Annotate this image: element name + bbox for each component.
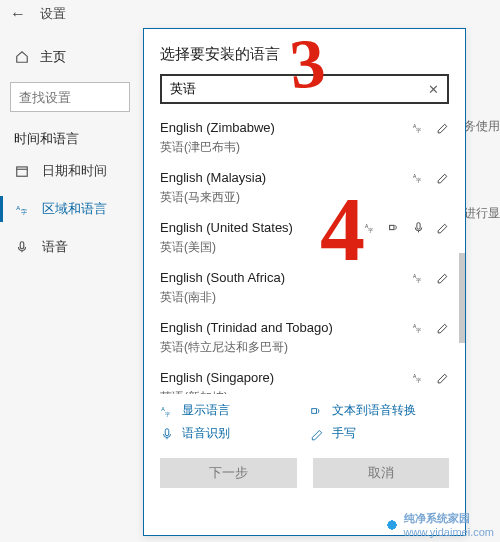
language-row[interactable]: English (Zimbabwe)A字英语(津巴布韦) xyxy=(144,114,465,164)
svg-text:A: A xyxy=(16,205,20,211)
svg-text:字: 字 xyxy=(165,410,170,416)
home-icon xyxy=(14,50,30,64)
sidebar-item-region-language[interactable]: A字 区域和语言 xyxy=(0,190,140,228)
language-feature-icons: A字 xyxy=(411,121,449,135)
hand-icon xyxy=(435,371,449,385)
disp-icon: A字 xyxy=(411,121,425,135)
legend: A字 显示语言 文本到语音转换 语音识别 手写 xyxy=(144,394,465,450)
handwriting-icon xyxy=(310,427,324,441)
disp-icon: A字 xyxy=(411,271,425,285)
sidebar-section-title: 时间和语言 xyxy=(0,122,140,152)
language-name-en: English (South Africa) xyxy=(160,270,411,285)
svg-rect-4 xyxy=(20,242,24,249)
tts-icon xyxy=(310,404,324,418)
svg-rect-12 xyxy=(416,223,419,230)
svg-text:字: 字 xyxy=(416,127,421,133)
disp-icon: A字 xyxy=(363,221,377,235)
svg-rect-21 xyxy=(311,408,316,413)
sidebar-search-input[interactable] xyxy=(19,90,121,105)
language-name-cn: 英语(特立尼达和多巴哥) xyxy=(160,339,449,356)
sidebar: 主页 时间和语言 日期和时间 A字 区域和语言 语音 xyxy=(0,28,140,266)
legend-display: A字 显示语言 xyxy=(160,402,300,419)
svg-rect-0 xyxy=(17,167,28,176)
mic-icon xyxy=(14,240,30,254)
language-list: English (Zimbabwe)A字英语(津巴布韦)English (Mal… xyxy=(144,114,465,394)
legend-hand-label: 手写 xyxy=(332,425,356,442)
svg-text:字: 字 xyxy=(416,327,421,333)
legend-display-label: 显示语言 xyxy=(182,402,230,419)
sidebar-item-datetime[interactable]: 日期和时间 xyxy=(0,152,140,190)
app-title: 设置 xyxy=(40,5,66,23)
language-feature-icons: A字 xyxy=(411,321,449,335)
language-feature-icons: A字 xyxy=(411,171,449,185)
tts-icon xyxy=(387,221,401,235)
watermark-logo-icon xyxy=(384,517,400,533)
speech-icon xyxy=(160,427,174,441)
language-row[interactable]: English (Trinidad and Tobago)A字英语(特立尼达和多… xyxy=(144,314,465,364)
right-cutoff-text: 务使用 进行显 xyxy=(464,60,500,272)
titlebar: ← 设置 xyxy=(0,0,500,28)
disp-icon: A字 xyxy=(411,371,425,385)
sidebar-item-speech[interactable]: 语音 xyxy=(0,228,140,266)
scrollbar[interactable] xyxy=(459,253,465,343)
sidebar-home-label: 主页 xyxy=(40,48,66,66)
disp-icon: A字 xyxy=(411,321,425,335)
language-feature-icons: A字 xyxy=(411,271,449,285)
dialog-title: 选择要安装的语言 xyxy=(144,29,465,74)
cutoff-a: 务使用 xyxy=(464,118,500,135)
legend-tts: 文本到语音转换 xyxy=(310,402,450,419)
language-name-en: English (United States) xyxy=(160,220,363,235)
watermark-brand: 纯净系统家园 xyxy=(404,512,470,524)
legend-tts-label: 文本到语音转换 xyxy=(332,402,416,419)
sidebar-home[interactable]: 主页 xyxy=(0,38,140,76)
language-picker-dialog: 选择要安装的语言 ✕ English (Zimbabwe)A字英语(津巴布韦)E… xyxy=(143,28,466,536)
language-feature-icons: A字 xyxy=(411,371,449,385)
language-row[interactable]: English (Malaysia)A字英语(马来西亚) xyxy=(144,164,465,214)
sidebar-item-label: 语音 xyxy=(42,238,68,256)
svg-text:字: 字 xyxy=(416,177,421,183)
cancel-button[interactable]: 取消 xyxy=(313,458,450,488)
svg-text:字: 字 xyxy=(21,208,27,215)
legend-speech-label: 语音识别 xyxy=(182,425,230,442)
hand-icon xyxy=(435,221,449,235)
language-icon: A字 xyxy=(14,202,30,216)
dialog-search-input[interactable] xyxy=(170,82,428,97)
dialog-buttons: 下一步 取消 xyxy=(144,450,465,504)
watermark-url: www.yidaimei.com xyxy=(404,526,494,538)
svg-text:字: 字 xyxy=(368,227,373,233)
watermark: 纯净系统家园 www.yidaimei.com xyxy=(384,511,494,538)
sidebar-item-label: 区域和语言 xyxy=(42,200,107,218)
language-row[interactable]: English (United States)A字英语(美国) xyxy=(144,214,465,264)
language-name-cn: 英语(南非) xyxy=(160,289,449,306)
sidebar-search[interactable] xyxy=(10,82,130,112)
disp-icon: A字 xyxy=(411,171,425,185)
display-icon: A字 xyxy=(160,404,174,418)
hand-icon xyxy=(435,121,449,135)
clear-icon[interactable]: ✕ xyxy=(428,82,439,97)
hand-icon xyxy=(435,171,449,185)
language-name-cn: 英语(马来西亚) xyxy=(160,189,449,206)
hand-icon xyxy=(435,271,449,285)
dialog-search[interactable]: ✕ xyxy=(160,74,449,104)
svg-text:字: 字 xyxy=(416,277,421,283)
language-row[interactable]: English (Singapore)A字英语(新加坡) xyxy=(144,364,465,394)
language-name-cn: 英语(津巴布韦) xyxy=(160,139,449,156)
svg-text:字: 字 xyxy=(416,377,421,383)
svg-rect-11 xyxy=(389,225,393,229)
legend-speech: 语音识别 xyxy=(160,425,300,442)
back-icon[interactable]: ← xyxy=(10,5,26,23)
legend-hand: 手写 xyxy=(310,425,450,442)
language-row[interactable]: English (South Africa)A字英语(南非) xyxy=(144,264,465,314)
sidebar-nav: 日期和时间 A字 区域和语言 语音 xyxy=(0,152,140,266)
language-name-en: English (Zimbabwe) xyxy=(160,120,411,135)
next-button[interactable]: 下一步 xyxy=(160,458,297,488)
calendar-icon xyxy=(14,164,30,178)
language-feature-icons: A字 xyxy=(363,221,449,235)
language-name-en: English (Singapore) xyxy=(160,370,411,385)
sidebar-item-label: 日期和时间 xyxy=(42,162,107,180)
hand-icon xyxy=(435,321,449,335)
svg-rect-22 xyxy=(165,428,169,435)
language-name-en: English (Malaysia) xyxy=(160,170,411,185)
language-name-en: English (Trinidad and Tobago) xyxy=(160,320,411,335)
cutoff-b: 进行显 xyxy=(464,205,500,222)
